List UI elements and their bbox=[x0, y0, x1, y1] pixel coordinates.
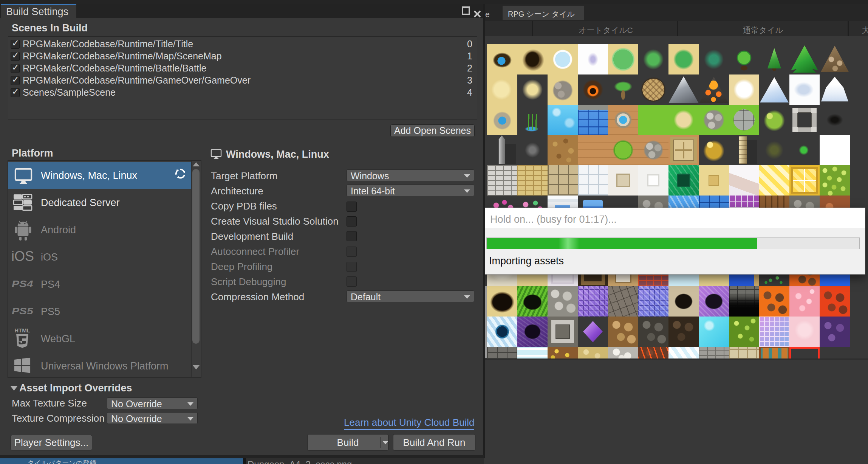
svg-text:HTML: HTML bbox=[15, 327, 30, 334]
